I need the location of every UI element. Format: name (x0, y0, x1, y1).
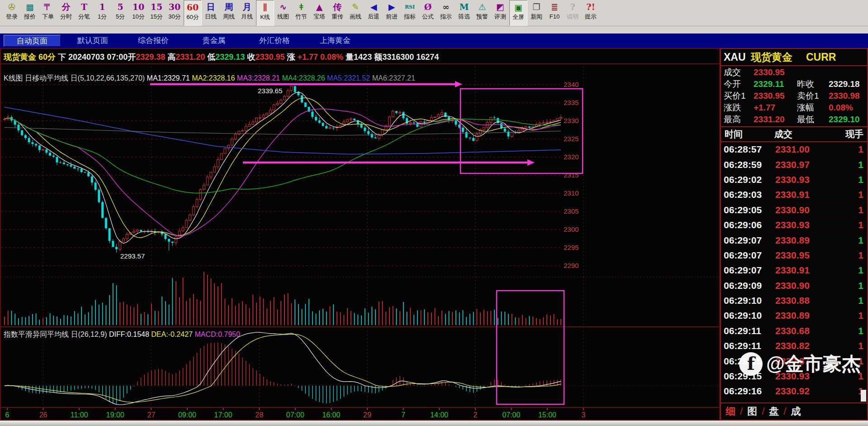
x-axis-label: 28 (255, 411, 263, 419)
tick-row[interactable]: 06:28:572331.001 (721, 142, 867, 157)
tab-贵金属[interactable]: 贵金属 (185, 35, 242, 47)
main-toolbar: ✇登录▦报价〒下单分分时T分笔11分55分1010分1515分3030分6060… (0, 0, 868, 26)
x-axis-label: 07:00 (286, 411, 304, 419)
x-axis-label: 15:00 (538, 411, 556, 419)
quote-panel: XAU 现货黄金 CURR 成交 2330.95 今开2329.11昨收2329… (720, 48, 868, 421)
formula-icon: Ø (419, 1, 437, 13)
price-axis-label: 2295 (564, 244, 579, 251)
deal-value: 2330.95 (754, 66, 785, 78)
toolbar-item-K线[interactable]: ∥K线 (256, 0, 274, 26)
order-icon: 〒 (39, 1, 57, 13)
tick-icon: T (75, 1, 93, 13)
col-time: 时间 (725, 127, 743, 141)
price-axis-label: 2335 (564, 99, 579, 106)
last-deal-row: 成交 2330.95 (721, 66, 867, 78)
toolbar-item-label: 30分 (166, 13, 184, 20)
indicator-icon: RSI (401, 1, 419, 13)
tick-row[interactable]: 06:29:152330.871 (721, 354, 867, 369)
deal-label: 成交 (724, 66, 741, 78)
toolbar-item-画线[interactable]: ✎画线 (346, 0, 365, 26)
toolbar-item-指标[interactable]: RSI指标 (401, 0, 419, 26)
toolbar-item-竹节[interactable]: ǂ竹节 (292, 0, 310, 26)
toolbar-item-分时[interactable]: 分分时 (57, 0, 75, 26)
tick-row[interactable]: 06:29:072330.911 (721, 263, 867, 278)
tick-row[interactable]: 06:29:022330.931 (721, 172, 867, 187)
toolbar-item-label: 登录 (3, 13, 21, 20)
toolbar-item-指示[interactable]: ∞指示 (437, 0, 455, 26)
toolbar-item-1分[interactable]: 11分 (93, 0, 111, 26)
toolbar-item-评测[interactable]: ◩评测 (491, 0, 509, 26)
toolbar-item-提示[interactable]: ?!提示 (582, 0, 600, 26)
tab-综合报价[interactable]: 综合报价 (125, 35, 182, 47)
chart-background[interactable] (0, 48, 720, 421)
resize-grip[interactable] (861, 390, 866, 402)
toolbar-item-筛选[interactable]: M筛选 (455, 0, 473, 26)
tick-row[interactable]: 06:29:102330.881 (721, 293, 867, 308)
price-axis-label: 2305 (564, 207, 579, 215)
toolbar-item-下单[interactable]: 〒下单 (39, 0, 57, 26)
toolbar-item-label: 线图 (274, 13, 292, 20)
toolbar-item-label: 指示 (437, 13, 455, 20)
tick-row[interactable]: 06:29:112330.681 (721, 324, 867, 339)
toolbar-item-说明[interactable]: ?说明 (564, 0, 582, 26)
tick-row[interactable]: 06:29:102330.891 (721, 308, 867, 323)
col-volume: 现手 (845, 127, 863, 141)
tab-separator: / (783, 406, 786, 417)
period-60min-icon: 60 (184, 1, 201, 14)
toolbar-item-5分[interactable]: 55分 (111, 0, 129, 26)
toolbar-item-label: 15分 (147, 13, 166, 20)
toolbar-item-10分[interactable]: 1010分 (129, 0, 147, 26)
help-icon: ? (564, 1, 582, 13)
alert-icon: ⚠ (473, 1, 491, 13)
tab-默认页面[interactable]: 默认页面 (64, 35, 121, 47)
toolbar-item-重传[interactable]: 传重传 (328, 0, 346, 26)
tab-上海黄金[interactable]: 上海黄金 (307, 35, 364, 47)
tick-row[interactable]: 06:29:092330.901 (721, 278, 867, 293)
toolbar-item-label: 报价 (21, 13, 39, 20)
toolbar-item-宝塔[interactable]: ▲宝塔 (310, 0, 328, 26)
ticks-list[interactable]: 06:28:572331.00106:28:592330.97106:29:02… (721, 142, 867, 399)
tick-row[interactable]: 06:29:112330.821 (721, 339, 867, 354)
tick-row[interactable]: 06:29:052330.901 (721, 203, 867, 218)
toolbar-item-月线[interactable]: 月月线 (238, 0, 256, 26)
chart-canvas[interactable]: 现货黄金 60分 下 20240703 07:00开2329.38 高2331.… (0, 0, 720, 426)
tab-自动页面[interactable]: 自动页面 (4, 35, 61, 47)
toolbar-item-线图[interactable]: ∿线图 (274, 0, 292, 26)
panel-tab-成[interactable]: 成 (791, 405, 801, 418)
panel-tab-细[interactable]: 细 (726, 405, 735, 418)
toolbar-item-后退[interactable]: ◀后退 (365, 0, 383, 26)
toolbar-item-公式[interactable]: Ø公式 (419, 0, 437, 26)
toolbar-item-周线[interactable]: 周周线 (220, 0, 238, 26)
toolbar-item-日线[interactable]: 日日线 (202, 0, 220, 26)
toolbar-item-预警[interactable]: ⚠预警 (473, 0, 491, 26)
toolbar-item-30分[interactable]: 3030分 (166, 0, 184, 26)
toolbar-item-60分[interactable]: 6060分 (184, 0, 202, 26)
toolbar-item-label: 1分 (93, 13, 111, 20)
tick-row[interactable]: 06:29:062330.931 (721, 218, 867, 233)
toolbar-item-前进[interactable]: ▶前进 (383, 0, 401, 26)
x-axis-label: 14:00 (430, 411, 448, 419)
tick-row[interactable]: 06:29:072330.891 (721, 233, 867, 248)
kline-header: K线图 日移动平均线 日(5,10,22,66,135,270) MA1:232… (4, 74, 415, 82)
tick-row[interactable]: 06:29:072330.951 (721, 248, 867, 263)
toolbar-item-分笔[interactable]: T分笔 (75, 0, 93, 26)
toolbar-item-label: 月线 (238, 13, 256, 20)
price-axis-label: 2330 (564, 117, 579, 124)
tick-row[interactable]: 06:29:032330.911 (721, 187, 867, 202)
toolbar-item-label: 画线 (346, 13, 365, 20)
tick-row[interactable]: 06:28:592330.971 (721, 157, 867, 172)
panel-tab-图[interactable]: 图 (747, 405, 757, 418)
tick-row[interactable]: 06:29:152330.931 (721, 369, 867, 384)
toolbar-item-label: 宝塔 (310, 13, 328, 20)
toolbar-item-新闻[interactable]: ❐新闻 (527, 0, 545, 26)
tab-外汇价格[interactable]: 外汇价格 (246, 35, 303, 47)
toolbar-item-15分[interactable]: 1515分 (147, 0, 166, 26)
toolbar-item-登录[interactable]: ✇登录 (3, 0, 21, 26)
price-axis-label: 2290 (564, 262, 579, 269)
toolbar-item-报价[interactable]: ▦报价 (21, 0, 39, 26)
toolbar-item-F10[interactable]: ≣F10 (545, 0, 564, 26)
panel-tab-盘[interactable]: 盘 (769, 405, 779, 418)
tick-row[interactable]: 06:29:162330.921 (721, 384, 867, 399)
period-1min-icon: 1 (93, 1, 111, 13)
toolbar-item-全屏[interactable]: ▣全屏 (509, 0, 527, 26)
